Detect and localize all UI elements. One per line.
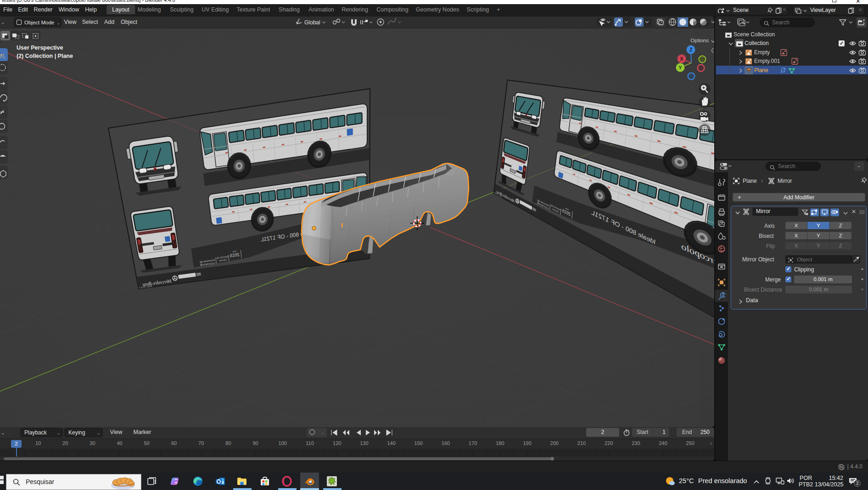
svg-text:(2) Collection | Plane: (2) Collection | Plane	[17, 53, 73, 59]
svg-text:Options: Options	[690, 38, 709, 43]
svg-text:X: X	[680, 56, 683, 62]
svg-text:Z: Z	[689, 47, 693, 52]
svg-text:User Perspective: User Perspective	[17, 45, 63, 51]
svg-text:Y: Y	[678, 65, 682, 70]
svg-text:Global: Global	[304, 19, 320, 26]
